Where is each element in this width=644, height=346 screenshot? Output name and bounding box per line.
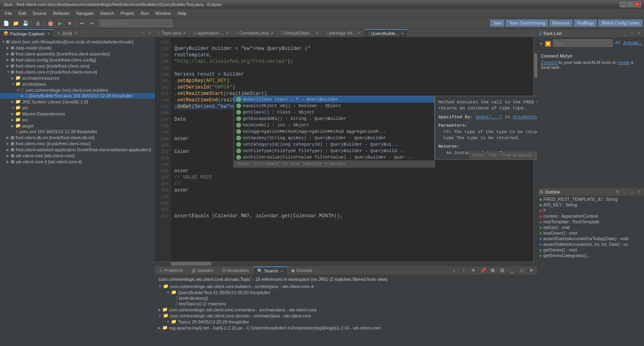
tree-item[interactable]: ▶📁JRE System Library [JavaSE-1.6] (0, 99, 155, 105)
task-activate-label[interactable]: Activate... (622, 39, 643, 48)
menu-run[interactable]: Run (138, 10, 152, 16)
search-tree-item[interactable]: ▼📁com.coherentlogic.wb.client.core.build… (157, 283, 536, 289)
menu-edit[interactable]: Edit (15, 10, 29, 16)
autocomplete-item[interactable]: getClass() : Class - Object (234, 109, 434, 115)
debug-button[interactable]: ⬤ (46, 19, 55, 28)
tab-package-explorer[interactable]: 📦 Package Explorer ✕ (0, 29, 54, 37)
tab-close-querybuilder[interactable]: ✕ (401, 31, 404, 36)
code-editor[interactable]: 1351361371381391401411421431441451461471… (155, 37, 537, 262)
autocomplete-item[interactable]: getEscapedURl() : String - QueryBuilder (234, 115, 434, 122)
tab-close-topic[interactable]: ✕ (183, 31, 186, 35)
maximize-button[interactable]: □ (627, 2, 634, 7)
search-tree-item[interactable]: JtestTopics() (2 matches) (157, 301, 536, 307)
tab-packageinf[interactable]: J package-inf... ✕ (322, 29, 365, 37)
outline-maximize-btn[interactable]: □ (629, 189, 635, 195)
tab-topic-java[interactable]: J Topic.java ✕ (155, 29, 190, 37)
tree-item[interactable]: ▶▣fred-client-misc [trunk/fred-client-mi… (0, 140, 155, 146)
tree-item[interactable]: ▶📁src/main/resources (0, 75, 155, 81)
create-link[interactable]: create (617, 60, 630, 65)
tab-declaration[interactable]: D Declaration (218, 267, 254, 274)
tab-querybuilder[interactable]: J QueryBuilde... ✕ (364, 29, 408, 37)
search-expand-btn[interactable]: ⊞ (488, 266, 497, 275)
menu-help[interactable]: Help (174, 10, 190, 16)
outline-toolbar-2[interactable]: ⊞ (614, 189, 621, 195)
tab-close-application[interactable]: ✕ (226, 31, 229, 35)
tree-item[interactable]: ▶▣wb-client-core-it [wb-client-core-it] (0, 159, 155, 165)
search-pin-btn[interactable]: 📌 (479, 266, 487, 275)
outline-toolbar-1[interactable]: ↕ (607, 189, 613, 195)
outline-minimize-btn[interactable]: _ (621, 189, 628, 195)
autocomplete-item[interactable]: setFileType(FileType fileType) : QueryBu… (234, 148, 434, 154)
tree-item[interactable]: ▼▣fred-client-core-it [trunk/fred-client… (0, 69, 155, 75)
task-find-input[interactable] (553, 39, 613, 47)
menu-search[interactable]: Search (97, 10, 118, 16)
outline-item[interactable]: ●assertDateIsAccurate(int, int, Int, Dat… (538, 241, 644, 247)
stop-button[interactable]: ■ (65, 19, 74, 28)
minimize-left-button[interactable]: _ (132, 30, 139, 37)
javadoc-interface-link[interactable]: HttpMethodsSpecification (513, 115, 537, 119)
autocomplete-item[interactable]: hashCode() : int - Object (234, 122, 434, 128)
tab-close-constants[interactable]: ✕ (270, 31, 274, 35)
search-cancel-btn[interactable]: ✕ (469, 266, 478, 275)
tasklist-close-btn[interactable]: ✕ (636, 30, 642, 37)
tab-constants[interactable]: J Constants.java ✕ (233, 29, 277, 37)
outline-item[interactable]: ●getSeriesCategories()... (538, 253, 644, 258)
autocomplete-item[interactable]: setCategoryId(long categoryId) : QueryBu… (234, 141, 434, 148)
menu-window[interactable]: Window (152, 10, 174, 16)
jrebel-perspective[interactable]: JRebel Config Center (598, 20, 642, 27)
outline-item[interactable]: ●tearDown() : void (538, 230, 644, 236)
maximize-left-button[interactable]: □ (140, 30, 146, 37)
editor-maximize-btn[interactable]: □ (529, 30, 536, 36)
outline-item[interactable]: ■F (538, 208, 644, 213)
outline-item[interactable]: ■context : ApplicationContext (538, 213, 644, 219)
autocomplete-item[interactable]: doGet(Class type) : T - QueryBuilder (234, 96, 434, 103)
javadoc-method-link[interactable]: doGet(...) (475, 115, 502, 119)
tree-item[interactable]: ▼📁src (0, 105, 155, 111)
run-button[interactable]: ▶ (56, 19, 64, 28)
tab-close-search[interactable]: ✕ (280, 269, 283, 273)
tree-item[interactable]: ▼⬡com.coherentlogic.fred.client.core.bui… (0, 87, 155, 93)
autocomplete-popup[interactable]: doGet(Class type) : T - QueryBuilderequa… (233, 96, 435, 167)
tree-item[interactable]: ▶📁src (0, 117, 155, 123)
tab-problems[interactable]: ⚠ Problems (155, 267, 187, 274)
menu-project[interactable]: Project (117, 10, 137, 16)
task-filter-btn[interactable]: 🔽 (545, 39, 551, 48)
quick-access-input[interactable] (100, 20, 172, 27)
menu-navigate[interactable]: Navigate (73, 10, 97, 16)
outline-item[interactable]: ●assertDateIsAccurateForToday(Date) : vo… (538, 236, 644, 241)
editor-minimize-btn[interactable]: _ (522, 30, 528, 36)
autocomplete-item[interactable]: setApiKey(String apiKey) : QueryBuilder … (234, 135, 434, 141)
tree-item[interactable]: ▼▣client [svn ssh://thospfuller@svn.code… (0, 39, 155, 45)
panel-maximize-btn[interactable]: □ (517, 266, 526, 275)
task-add-btn[interactable]: + (539, 39, 543, 48)
outline-item[interactable]: ●getSeries() : void (538, 247, 644, 253)
tab-search[interactable]: 🔍 Search ✕ (253, 266, 288, 275)
save-button[interactable]: 💾 (21, 19, 30, 28)
redo-button[interactable]: ↪ (87, 19, 96, 28)
tree-item[interactable]: ▶▣wb-client-core [wb-client-core] (0, 152, 155, 159)
tab-console[interactable]: ▶ Console (288, 267, 317, 274)
autocomplete-item[interactable]: setFilterValue(FilterValue filterValue) … (234, 154, 434, 161)
tree-item[interactable]: ▶▣fred-client-core [trunk/fred-client-co… (0, 63, 155, 69)
autocomplete-item[interactable]: setAggregationMethod(AggregationMethod a… (234, 128, 434, 135)
connect-link[interactable]: Connect (541, 60, 557, 65)
tab-application[interactable]: X application-... ✕ (190, 29, 233, 37)
open-button[interactable]: 📁 (11, 19, 20, 28)
tree-item[interactable]: ▶JQueryBuilderTest.java 183 30/03/13 12:… (0, 93, 155, 99)
tab-close-defaultobj[interactable]: ✕ (316, 31, 319, 35)
editor-scrollbar-h[interactable] (155, 262, 537, 266)
search-next-btn[interactable]: ↓ (450, 266, 458, 275)
close-button[interactable]: ✕ (634, 2, 641, 7)
tab-defaultobj[interactable]: J DefaultObjec... ✕ (277, 29, 322, 37)
search-results[interactable]: 'com.coherentlogic.wb.client.core.domain… (155, 275, 537, 346)
outline-item[interactable]: ●setUp() : void (538, 224, 644, 230)
tab-close-package-explorer[interactable]: ✕ (47, 31, 50, 36)
tree-item[interactable]: ▶▣fred-client-config [trunk/fred-client-… (0, 57, 155, 63)
search-tree-item[interactable]: ▼📁com.coherentlogic.wb.client.core.domai… (157, 313, 536, 319)
tree-item[interactable]: ▶📁target (0, 123, 155, 129)
search-tree-item[interactable]: ▼📁Topics 28 04/05/13 20:28 thospfuller (157, 319, 536, 325)
close-left-button[interactable]: ✕ (147, 30, 153, 37)
search-tree-item[interactable]: JtestIndicators() (157, 295, 536, 301)
autocomplete-list[interactable]: doGet(Class type) : T - QueryBuilderequa… (234, 96, 434, 161)
outline-item[interactable]: ■FRED_REST_TEMPLATE_ID : String (538, 196, 644, 202)
